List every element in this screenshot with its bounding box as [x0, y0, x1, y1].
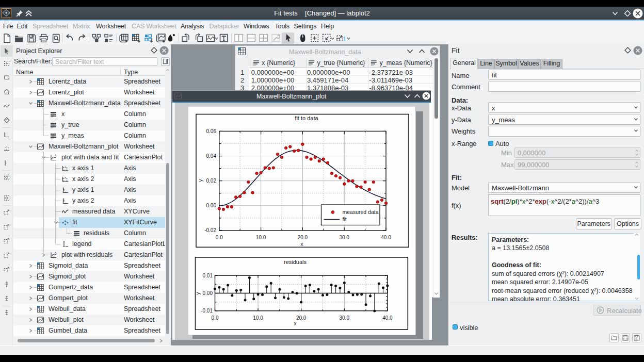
svg-text:40.0: 40.0: [382, 315, 393, 321]
svg-text:measured data: measured data: [343, 209, 379, 215]
svg-text:0.06: 0.06: [206, 128, 217, 134]
svg-text:y: y: [198, 179, 203, 182]
svg-text:0.04: 0.04: [206, 153, 217, 159]
svg-text:residuals: residuals: [284, 259, 307, 265]
svg-text:fit to data: fit to data: [295, 115, 318, 121]
svg-text:20.0: 20.0: [298, 235, 308, 240]
svg-text:-0.01: -0.01: [201, 308, 213, 314]
svg-text:y: y: [195, 292, 201, 295]
svg-text:fit: fit: [343, 216, 347, 222]
svg-text:0.0: 0.0: [216, 235, 223, 240]
svg-text:-0.02: -0.02: [204, 227, 216, 233]
svg-text:0.02: 0.02: [206, 178, 217, 184]
svg-text:x: x: [294, 321, 297, 326]
svg-text:30.0: 30.0: [340, 315, 350, 321]
svg-text:0.01: 0.01: [203, 273, 213, 278]
svg-text:10.0: 10.0: [256, 235, 266, 240]
svg-text:0.00: 0.00: [206, 203, 217, 208]
svg-text:0.0: 0.0: [212, 315, 219, 321]
svg-text:x: x: [301, 241, 303, 247]
svg-text:10.0: 10.0: [253, 315, 263, 321]
svg-text:40.0: 40.0: [381, 235, 391, 240]
svg-text:20.0: 20.0: [296, 315, 307, 321]
svg-text:30.0: 30.0: [339, 235, 349, 240]
svg-text:0.00: 0.00: [203, 290, 213, 296]
